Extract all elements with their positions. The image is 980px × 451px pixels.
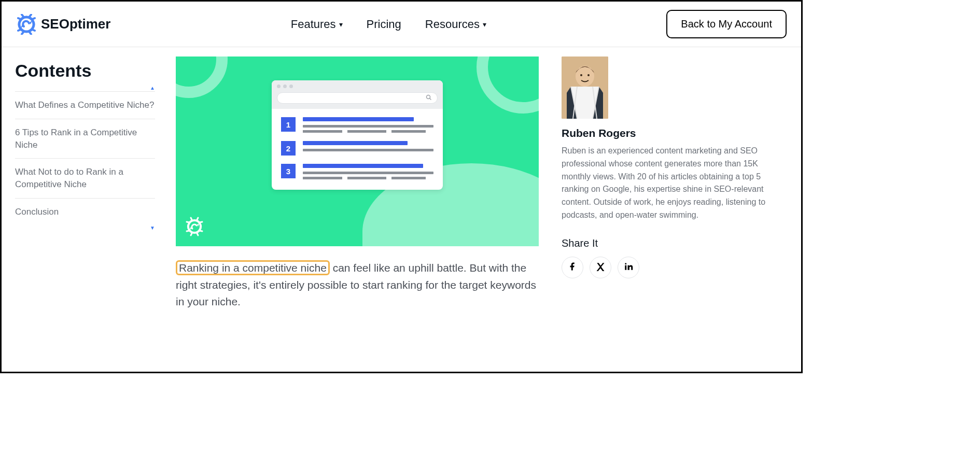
x-icon bbox=[596, 262, 605, 273]
author-name: Ruben Rogers bbox=[562, 127, 788, 139]
scroll-up-icon[interactable]: ▲ bbox=[150, 85, 155, 91]
contents-title: Contents bbox=[15, 61, 155, 81]
hero-image: 1 2 3 bbox=[176, 57, 539, 246]
logo[interactable]: SEOptimer bbox=[16, 14, 110, 35]
facebook-icon bbox=[568, 262, 577, 273]
rank-badge: 1 bbox=[281, 117, 296, 132]
svg-point-12 bbox=[625, 263, 626, 264]
share-facebook-button[interactable] bbox=[562, 257, 583, 278]
contents-sidebar: Contents ▲ What Defines a Competitive Ni… bbox=[15, 57, 155, 311]
chevron-down-icon: ▾ bbox=[339, 20, 343, 29]
rank-badge: 3 bbox=[281, 164, 296, 178]
logo-icon bbox=[16, 14, 37, 35]
linkedin-icon bbox=[624, 262, 633, 273]
rank-badge: 2 bbox=[281, 141, 296, 156]
site-header: SEOptimer Features ▾ Pricing Resources ▾… bbox=[2, 2, 801, 47]
main-nav: Features ▾ Pricing Resources ▾ bbox=[291, 18, 486, 31]
article-main: 1 2 3 bbox=[176, 57, 539, 311]
svg-rect-11 bbox=[625, 265, 626, 270]
back-to-account-button[interactable]: Back to My Account bbox=[666, 10, 787, 38]
toc-item[interactable]: 6 Tips to Rank in a Competitive Niche bbox=[15, 119, 155, 159]
svg-line-3 bbox=[430, 98, 431, 100]
author-sidebar: Ruben Rogers Ruben is an experienced con… bbox=[559, 57, 788, 311]
svg-point-9 bbox=[580, 74, 582, 76]
article-lead: Ranking in a competitive niche can feel … bbox=[176, 260, 539, 311]
hero-browser-mock: 1 2 3 bbox=[272, 80, 443, 190]
share-buttons bbox=[562, 257, 788, 278]
logo-text: SEOptimer bbox=[41, 16, 110, 32]
nav-resources-label: Resources bbox=[425, 18, 480, 31]
page-body: Contents ▲ What Defines a Competitive Ni… bbox=[2, 47, 801, 311]
scroll-down-icon[interactable]: ▼ bbox=[150, 225, 155, 231]
author-avatar bbox=[562, 57, 608, 119]
nav-resources[interactable]: Resources ▾ bbox=[425, 18, 486, 31]
gear-icon bbox=[184, 216, 205, 239]
toc-item[interactable]: What Not to do to Rank in a Competitive … bbox=[15, 158, 155, 198]
toc-item[interactable]: What Defines a Competitive Niche? bbox=[15, 91, 155, 119]
nav-features[interactable]: Features ▾ bbox=[291, 18, 343, 31]
chevron-down-icon: ▾ bbox=[483, 20, 486, 29]
author-bio: Ruben is an experienced content marketin… bbox=[562, 145, 788, 222]
nav-pricing[interactable]: Pricing bbox=[367, 18, 401, 31]
nav-pricing-label: Pricing bbox=[367, 18, 401, 31]
nav-features-label: Features bbox=[291, 18, 336, 31]
search-icon bbox=[426, 94, 432, 102]
share-x-button[interactable] bbox=[590, 257, 611, 278]
hero-search-bar bbox=[277, 92, 438, 104]
svg-marker-4 bbox=[197, 223, 199, 227]
share-linkedin-button[interactable] bbox=[618, 257, 639, 278]
highlighted-phrase: Ranking in a competitive niche bbox=[176, 260, 330, 275]
svg-point-2 bbox=[427, 95, 430, 98]
share-title: Share It bbox=[562, 237, 788, 249]
svg-point-10 bbox=[587, 74, 590, 76]
svg-point-7 bbox=[576, 66, 594, 87]
toc-item[interactable]: Conclusion bbox=[15, 198, 155, 226]
